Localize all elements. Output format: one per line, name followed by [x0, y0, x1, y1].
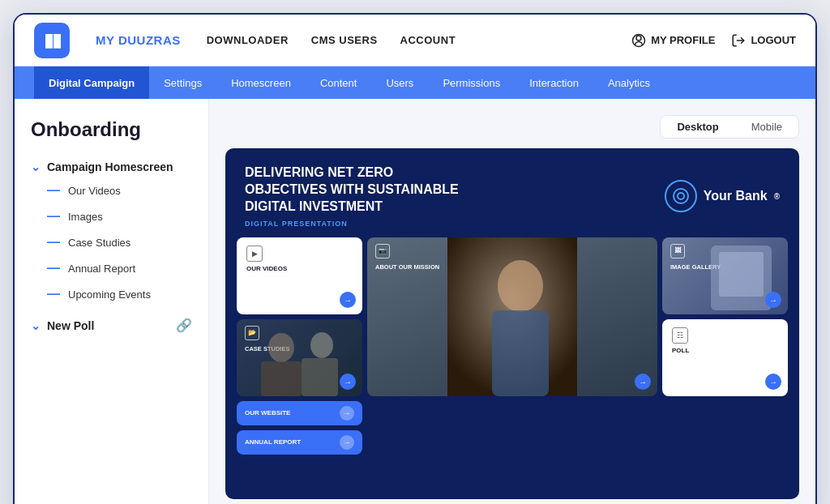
svg-point-13 [310, 332, 333, 358]
dash-icon: — [47, 235, 60, 250]
power-icon [731, 33, 746, 48]
chevron-down-icon: ⌄ [31, 319, 41, 332]
sidebar-section-poll: ⌄ New Poll 🔗 [31, 318, 192, 333]
sidebar: Onboarding ⌄ Campaign Homescreen — Our V… [15, 99, 209, 504]
card-our-website[interactable]: OUR WEBSITE → [237, 401, 362, 425]
desktop-view-button[interactable]: Desktop [661, 116, 734, 138]
content-area: Desktop Mobile DELIVERING NET ZERO OBJEC… [209, 99, 815, 504]
annual-report-arrow[interactable]: → [340, 435, 354, 450]
video-icon: ▶ [246, 246, 263, 262]
svg-rect-14 [302, 358, 338, 396]
card-our-videos[interactable]: ▶ OUR VIDEOS → [237, 237, 362, 314]
subnav-interaction[interactable]: Interaction [515, 66, 593, 99]
our-website-label: OUR WEBSITE [245, 409, 290, 417]
svg-point-5 [498, 260, 543, 312]
card-right-stack: OUR WEBSITE → ANNUAL REPORT → [237, 401, 362, 455]
svg-rect-12 [261, 361, 302, 396]
preview-headline: DELIVERING NET ZERO OBJECTIVES WITH SUST… [245, 164, 472, 215]
preview-headline-area: DELIVERING NET ZERO OBJECTIVES WITH SUST… [245, 164, 472, 228]
card-image-gallery[interactable]: 🖼 IMAGE GALLERY → [662, 237, 788, 314]
view-toggle: Desktop Mobile [660, 115, 799, 139]
main-layout: Onboarding ⌄ Campaign Homescreen — Our V… [15, 99, 815, 504]
sidebar-item-label: Case Studies [68, 237, 130, 249]
preview-logo: Your Bank ® [665, 180, 780, 212]
bank-name: Your Bank [704, 189, 768, 203]
svg-point-3 [678, 193, 684, 199]
card-poll-label: POLL [672, 347, 778, 355]
sidebar-item-upcoming-events[interactable]: — Upcoming Events [47, 287, 192, 301]
sub-nav: Digital Campaign Settings Homescreen Con… [15, 66, 815, 99]
sidebar-item-label: Our Videos [68, 185, 121, 197]
dash-icon: — [47, 287, 60, 301]
dash-icon: — [47, 209, 60, 224]
user-circle-icon [631, 33, 646, 48]
dash-icon: — [47, 261, 60, 275]
chevron-down-icon: ⌄ [31, 160, 41, 173]
preview-sub-label: DIGITAL PRESENTATION [245, 220, 472, 228]
card-our-videos-label: OUR VIDEOS [246, 265, 353, 273]
poll-icon: ☷ [672, 327, 688, 344]
subnav-digital-campaign[interactable]: Digital Campaign [34, 66, 149, 99]
our-videos-arrow[interactable]: → [340, 292, 356, 308]
bank-logo-icon [671, 186, 691, 206]
subnav-users[interactable]: Users [371, 66, 428, 99]
svg-point-11 [268, 333, 294, 362]
new-poll-header[interactable]: ⌄ New Poll 🔗 [31, 318, 192, 333]
sidebar-item-case-studies[interactable]: — Case Studies [47, 235, 192, 250]
card-annual-report[interactable]: ANNUAL REPORT → [237, 430, 362, 455]
logo-icon: ▮▮ [44, 30, 60, 51]
subnav-content[interactable]: Content [306, 66, 372, 99]
subnav-analytics[interactable]: Analytics [593, 66, 665, 99]
brand-name[interactable]: MY DUUZRAS [96, 33, 181, 47]
poll-arrow[interactable]: → [765, 374, 781, 390]
sidebar-item-label: Annual Report [68, 263, 135, 275]
logout-button[interactable]: LOGOUT [731, 33, 796, 48]
logo-box[interactable]: ▮▮ [34, 23, 70, 58]
sidebar-section-campaign: ⌄ Campaign Homescreen — Our Videos — Ima… [31, 160, 192, 301]
bank-logo-circle [665, 180, 697, 212]
svg-rect-9 [719, 252, 764, 297]
top-nav: ▮▮ MY DUUZRAS DOWNLOADER CMS USERS ACCOU… [15, 15, 815, 66]
sidebar-item-label: Upcoming Events [68, 288, 151, 301]
subnav-homescreen[interactable]: Homescreen [216, 66, 306, 99]
dash-icon: — [47, 183, 60, 198]
campaign-homescreen-items: — Our Videos — Images — Case Studies — A… [31, 183, 192, 301]
svg-point-2 [674, 189, 688, 203]
subnav-settings[interactable]: Settings [149, 66, 216, 99]
my-profile-label: MY PROFILE [651, 34, 715, 46]
card-poll[interactable]: ☷ POLL → [662, 319, 788, 396]
nav-link-cms-users[interactable]: CMS USERS [311, 34, 378, 46]
sidebar-item-our-videos[interactable]: — Our Videos [47, 183, 192, 198]
campaign-homescreen-header[interactable]: ⌄ Campaign Homescreen [31, 160, 192, 173]
svg-rect-6 [492, 310, 549, 396]
subnav-permissions[interactable]: Permissions [428, 66, 515, 99]
app-container: ▮▮ MY DUUZRAS DOWNLOADER CMS USERS ACCOU… [13, 13, 817, 504]
link-icon: 🔗 [176, 318, 192, 333]
preview-cards-grid: ▶ OUR VIDEOS → 📷 ABOUT OUR MISSION [225, 237, 799, 466]
campaign-homescreen-label: Campaign Homescreen [47, 160, 173, 173]
new-poll-label: New Poll [47, 319, 94, 332]
card-case-studies[interactable]: 📂 CASE STUDIES → [237, 319, 362, 396]
sidebar-item-images[interactable]: — Images [47, 209, 192, 224]
page-title: Onboarding [31, 118, 192, 141]
my-profile-button[interactable]: MY PROFILE [631, 33, 715, 48]
right-nav: MY PROFILE LOGOUT [631, 33, 796, 48]
card-about-mission[interactable]: 📷 ABOUT OUR MISSION [367, 237, 657, 396]
sidebar-item-label: Images [68, 211, 103, 223]
nav-links: DOWNLOADER CMS USERS ACCOUNT [207, 34, 605, 46]
sidebar-item-annual-report[interactable]: — Annual Report [47, 261, 192, 275]
nav-link-account[interactable]: ACCOUNT [400, 34, 456, 46]
mobile-view-button[interactable]: Mobile [735, 116, 798, 138]
our-website-arrow[interactable]: → [340, 406, 354, 421]
preview-header: DELIVERING NET ZERO OBJECTIVES WITH SUST… [225, 148, 799, 237]
logout-label: LOGOUT [751, 34, 796, 46]
nav-link-downloader[interactable]: DOWNLOADER [207, 34, 289, 46]
person-illustration [367, 237, 657, 396]
annual-report-label: ANNUAL REPORT [245, 438, 301, 446]
preview-panel: DELIVERING NET ZERO OBJECTIVES WITH SUST… [225, 148, 799, 499]
